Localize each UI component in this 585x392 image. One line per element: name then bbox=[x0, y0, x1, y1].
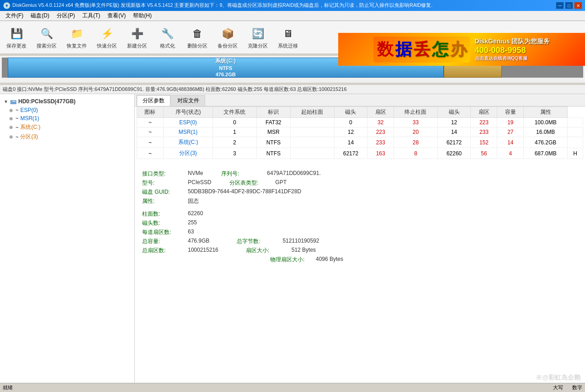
partition-label-esp: ESP(0) bbox=[20, 107, 38, 113]
tree-msr[interactable]: ⊕ ~ MSR(1) bbox=[2, 114, 133, 122]
cell-icon: ~ bbox=[137, 118, 164, 127]
tree-esp[interactable]: ⊕ ~ ESP(0) bbox=[2, 106, 133, 114]
toolbar-btn-0[interactable]: 💾保存更改 bbox=[2, 23, 31, 52]
left-panel: ▼ 🖴 HD0:PCIeSSD(477GB) ⊕ ~ ESP(0) ⊕ ~ MS… bbox=[0, 94, 135, 385]
param-value-cylinders: 62260 bbox=[188, 210, 203, 218]
toolbar-label-2: 恢复文件 bbox=[67, 43, 87, 49]
col-header-cyl-start: 起始柱面 bbox=[291, 107, 335, 118]
cell-head-start: 233 bbox=[367, 137, 394, 148]
partition-label-system: 系统(C:) bbox=[20, 123, 40, 131]
tree-expand-system[interactable]: ⊕ bbox=[9, 125, 15, 130]
tree-expand-msr[interactable]: ⊕ bbox=[9, 116, 15, 121]
ad-content: 数 据 丢 怎 办 DiskGenius 团队为您服务 400-008-9958… bbox=[373, 37, 550, 63]
cell-sec-start: 28 bbox=[394, 137, 438, 148]
param-value-sectors: 63 bbox=[188, 228, 194, 236]
param-value-physectorsize: 4096 Bytes bbox=[316, 256, 343, 264]
detail-value-serial: 6479A71DD0699C91. bbox=[267, 170, 320, 178]
param-value-heads: 255 bbox=[188, 219, 197, 227]
cell-size: 16.0MB bbox=[524, 127, 568, 137]
detail-value-parttype: GPT bbox=[275, 179, 287, 187]
detail-value-attr: 固态 bbox=[188, 197, 199, 205]
col-header-flag: 标识 bbox=[256, 107, 290, 118]
tree-disk[interactable]: ▼ 🖴 HD0:PCIeSSD(477GB) bbox=[2, 97, 133, 106]
toolbar-btn-6[interactable]: 🗑删除分区 bbox=[183, 23, 212, 52]
disk-info-line: 磁盘0 接口:NVMe 型号:PCIeSSD 序列号:6479A71DD0699… bbox=[0, 85, 585, 94]
cell-head-end: 152 bbox=[471, 137, 497, 148]
cell-attr: H bbox=[567, 148, 583, 159]
statusbar: 就绪 大写 数字 bbox=[0, 383, 585, 392]
cell-flag bbox=[291, 148, 335, 159]
toolbar-btn-5[interactable]: 🔧格式化 bbox=[153, 23, 182, 52]
ad-banner[interactable]: 数 据 丢 怎 办 DiskGenius 团队为您服务 400-008-9958… bbox=[338, 33, 585, 66]
tree-expand-esp[interactable]: ⊕ bbox=[9, 108, 15, 113]
toolbar-label-9: 系统迁移 bbox=[278, 43, 298, 49]
menu-item-f[interactable]: 文件(F) bbox=[2, 11, 27, 21]
toolbar-btn-4[interactable]: ➕新建分区 bbox=[122, 23, 152, 52]
toolbar-icon-0: 💾 bbox=[8, 26, 25, 42]
cell-flag bbox=[291, 127, 335, 137]
detail-label-attr: 属性: bbox=[142, 197, 188, 205]
cell-head-start: 32 bbox=[367, 118, 394, 127]
close-button[interactable]: ✕ bbox=[574, 2, 582, 9]
disk-segment-unalloc1 bbox=[2, 58, 8, 78]
cell-size: 476.2GB bbox=[524, 137, 568, 148]
toolbar-btn-3[interactable]: ⚡快速分区 bbox=[92, 23, 122, 52]
table-row[interactable]: ~ 分区(3) 3 NTFS 62172 163 8 62260 56 4 68… bbox=[137, 148, 583, 159]
main-content: ▼ 🖴 HD0:PCIeSSD(477GB) ⊕ ~ ESP(0) ⊕ ~ MS… bbox=[0, 94, 585, 385]
toolbar-label-0: 保存更改 bbox=[6, 43, 27, 49]
col-header-head-end: 磁头 bbox=[437, 107, 471, 118]
col-header-size: 容量 bbox=[497, 107, 524, 118]
partition-table: 图标 序号(状态) 文件系统 标识 起始柱面 磁头 扇区 终止柱面 磁头 扇区 … bbox=[135, 106, 585, 159]
cell-name: ESP(0) bbox=[163, 118, 213, 127]
cell-seq: 2 bbox=[213, 137, 257, 148]
detail-value-model: PCIeSSD bbox=[188, 179, 211, 187]
toolbar-btn-9[interactable]: 🖥系统迁移 bbox=[273, 23, 303, 52]
title-text: DiskGenius V5.4.0.1124 x64 免费版(单文件PE版) 发… bbox=[12, 2, 556, 9]
menu-item-h[interactable]: 帮助(H) bbox=[129, 11, 155, 21]
cell-seq: 0 bbox=[213, 118, 257, 127]
toolbar-btn-1[interactable]: 🔍搜索分区 bbox=[32, 23, 61, 52]
status-caps: 大写 bbox=[553, 384, 563, 391]
menu-item-p[interactable]: 分区(P) bbox=[53, 11, 79, 21]
table-row[interactable]: ~ MSR(1) 1 MSR 12 223 20 14 233 27 16.0M… bbox=[137, 127, 583, 137]
cell-seq: 1 bbox=[213, 127, 257, 137]
menu-item-t[interactable]: 工具(T) bbox=[79, 11, 104, 21]
minimize-button[interactable]: ─ bbox=[556, 2, 564, 9]
table-row[interactable]: ~ 系统(C:) 2 NTFS 14 233 28 62172 152 14 4… bbox=[137, 137, 583, 148]
tree-system-c[interactable]: ⊕ ~ 系统(C:) bbox=[2, 122, 133, 132]
partition-label-msr: MSR(1) bbox=[20, 115, 39, 122]
app-icon: 💿 bbox=[3, 2, 11, 9]
cell-head-end: 223 bbox=[471, 118, 497, 127]
toolbar-label-7: 备份分区 bbox=[218, 43, 238, 49]
tree-part3[interactable]: ⊕ ~ 分区(3) bbox=[2, 132, 133, 142]
partition-icon-part3: ~ bbox=[16, 134, 18, 140]
col-header-sec-start: 扇区 bbox=[367, 107, 394, 118]
cell-fs: FAT32 bbox=[256, 118, 290, 127]
table-row[interactable]: ~ ESP(0) 0 FAT32 0 32 33 12 223 19 100.0… bbox=[137, 118, 583, 127]
cell-cyl-start: 12 bbox=[334, 127, 367, 137]
cell-sec-end: 27 bbox=[497, 127, 524, 137]
detail-label-guid: 磁盘 GUID: bbox=[142, 188, 188, 196]
toolbar-icon-7: 📦 bbox=[219, 26, 236, 42]
toolbar-btn-7[interactable]: 📦备份分区 bbox=[213, 23, 242, 52]
titlebar: 💿 DiskGenius V5.4.0.1124 x64 免费版(单文件PE版)… bbox=[0, 0, 585, 11]
toolbar-btn-2[interactable]: 📁恢复文件 bbox=[62, 23, 91, 52]
toolbar-btn-8[interactable]: 🔄克隆分区 bbox=[243, 23, 272, 52]
tree-expand-part3[interactable]: ⊕ bbox=[9, 134, 15, 139]
cell-sec-end: 4 bbox=[497, 148, 524, 159]
cell-fs: MSR bbox=[256, 127, 290, 137]
tree-expand-disk[interactable]: ▼ bbox=[4, 99, 9, 104]
menu-item-d[interactable]: 磁盘(D) bbox=[27, 11, 53, 21]
cell-cyl-end: 62260 bbox=[437, 148, 471, 159]
cell-sec-end: 19 bbox=[497, 118, 524, 127]
detail-value-interface: NVMe bbox=[188, 170, 203, 178]
tab-partition-params[interactable]: 分区参数 bbox=[137, 95, 170, 106]
menu-item-v[interactable]: 查看(V) bbox=[104, 11, 129, 21]
cell-sec-start: 8 bbox=[394, 148, 438, 159]
tab-corresponding-files[interactable]: 对应文件 bbox=[171, 95, 205, 106]
cell-icon: ~ bbox=[137, 137, 164, 148]
maximize-button[interactable]: □ bbox=[565, 2, 573, 9]
param-label-heads: 磁头数: bbox=[142, 219, 188, 227]
toolbar-icon-1: 🔍 bbox=[38, 26, 55, 42]
col-header-head-start: 磁头 bbox=[334, 107, 367, 118]
